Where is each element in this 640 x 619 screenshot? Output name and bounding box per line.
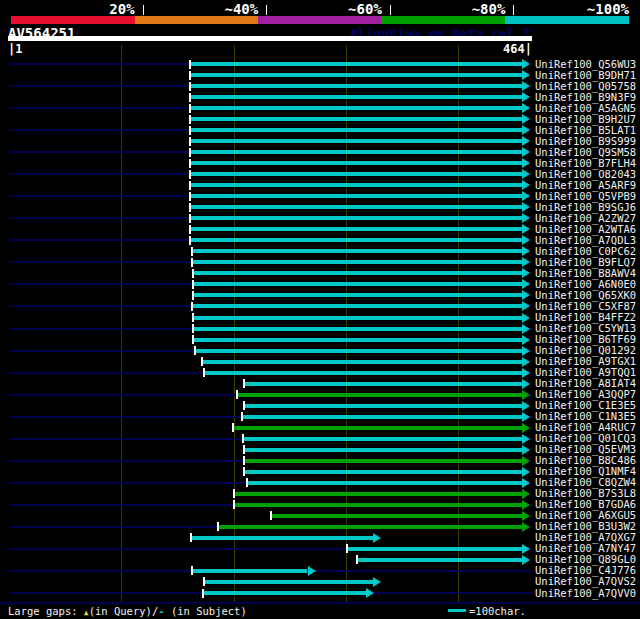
hit-start-tick [243, 401, 245, 410]
hit-bar [235, 492, 522, 496]
hit-start-tick [192, 324, 194, 333]
hit-start-tick [191, 247, 193, 256]
hit-bar [348, 547, 522, 551]
hit-arrowhead-icon [522, 290, 530, 300]
hit-start-tick [194, 346, 196, 355]
hit-start-tick [242, 434, 244, 443]
hit-start-tick [246, 478, 248, 487]
hit-start-tick [189, 93, 191, 102]
hit-start-tick [203, 368, 205, 377]
hit-label: UniRef100_B9DH71 [535, 70, 636, 81]
hit-bar [194, 316, 522, 320]
hit-bar [191, 84, 522, 88]
hit-bar [194, 282, 522, 286]
hit-start-tick [243, 456, 245, 465]
hit-arrowhead-icon [522, 401, 530, 411]
gaps-prefix: Large gaps: [8, 605, 84, 617]
hit-bar [205, 371, 522, 375]
hit-arrowhead-icon [522, 412, 530, 422]
alignment-plot-area: UniRef100_Q56WU3UniRef100_B9DH71UniRef10… [0, 0, 640, 619]
hit-start-tick [243, 379, 245, 388]
hit-arrowhead-icon [522, 81, 530, 91]
hit-arrowhead-icon [522, 125, 530, 135]
scalebar-sample-icon [448, 609, 466, 612]
hit-bar [204, 591, 366, 595]
hit-arrowhead-icon [522, 103, 530, 113]
hit-start-tick [191, 302, 193, 311]
hit-bar [245, 404, 522, 408]
footer-separator-line [0, 602, 640, 604]
hit-label: UniRef100_Q05758 [535, 81, 636, 92]
hit-bar [245, 459, 522, 463]
hit-start-tick [202, 589, 204, 598]
hit-start-tick [243, 445, 245, 454]
hit-start-tick [192, 291, 194, 300]
hit-arrowhead-icon [522, 434, 530, 444]
hit-start-tick [189, 159, 191, 168]
hit-start-tick [189, 104, 191, 113]
hit-bar [191, 95, 522, 99]
hit-arrowhead-icon [522, 544, 530, 554]
hit-start-tick [191, 566, 193, 575]
hit-arrowhead-icon [522, 202, 530, 212]
hit-start-tick [189, 236, 191, 245]
hit-arrowhead-icon [522, 213, 530, 223]
hit-arrowhead-icon [522, 136, 530, 146]
hit-arrowhead-icon [522, 268, 530, 278]
hit-start-tick [192, 269, 194, 278]
hit-bar [191, 172, 522, 176]
hit-arrowhead-icon [308, 566, 316, 576]
hit-arrowhead-icon [522, 511, 530, 521]
hit-start-tick [189, 225, 191, 234]
gaps-mid: (in Query)/ [89, 605, 159, 617]
hit-bar [191, 117, 522, 121]
hit-bar [245, 382, 522, 386]
hit-start-tick [191, 258, 193, 267]
hit-bar [203, 360, 522, 364]
hit-arrowhead-icon [522, 324, 530, 334]
hit-arrowhead-icon [373, 577, 381, 587]
scalebar-label: =100char. [469, 605, 526, 618]
hit-bar [234, 426, 523, 430]
hit-bar [196, 349, 522, 353]
hit-bar [358, 558, 522, 562]
hit-start-tick [189, 170, 191, 179]
hit-bar [191, 205, 522, 209]
hit-bar [238, 393, 522, 397]
hit-label: UniRef100_Q56WU3 [535, 59, 636, 70]
hit-bar [191, 238, 522, 242]
hit-start-tick [270, 511, 272, 520]
hit-bar [194, 271, 522, 275]
hit-bar [248, 481, 522, 485]
hit-bar [193, 249, 522, 253]
hit-label: UniRef100_A7QVV0 [535, 588, 636, 599]
hit-start-tick [189, 181, 191, 190]
hit-bar [193, 569, 307, 573]
hit-bar [191, 73, 522, 77]
hit-start-tick [232, 423, 234, 432]
hit-arrowhead-icon [522, 522, 530, 532]
hit-start-tick [192, 280, 194, 289]
hit-bar [191, 106, 522, 110]
hit-start-tick [201, 357, 203, 366]
hit-bar [193, 260, 522, 264]
hit-bar [194, 327, 522, 331]
hit-arrowhead-icon [522, 335, 530, 345]
hit-start-tick [189, 137, 191, 146]
hit-start-tick [192, 313, 194, 322]
hit-start-tick [356, 555, 358, 564]
hit-start-tick [189, 60, 191, 69]
hit-start-tick [189, 82, 191, 91]
hit-arrowhead-icon [522, 169, 530, 179]
hit-start-tick [236, 390, 238, 399]
hit-start-tick [189, 71, 191, 80]
hit-arrowhead-icon [522, 279, 530, 289]
hit-arrowhead-icon [522, 445, 530, 455]
hit-start-tick [233, 489, 235, 498]
hit-start-tick [189, 192, 191, 201]
hit-label: UniRef100_B9H2U7 [535, 114, 636, 125]
hit-bar [235, 503, 522, 507]
hit-bar [194, 293, 522, 297]
hit-arrowhead-icon [522, 257, 530, 267]
hit-arrowhead-icon [522, 224, 530, 234]
